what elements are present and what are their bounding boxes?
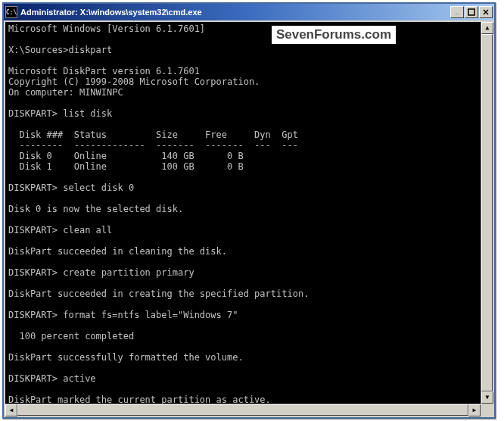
chevron-up-icon: ▲ [486, 25, 490, 31]
maximize-button[interactable] [465, 6, 478, 18]
chevron-left-icon: ◀ [10, 407, 14, 413]
titlebar[interactable]: C:\ Administrator: X:\windows\system32\c… [4, 4, 494, 20]
output-line: -------- ------------- ------- ------- -… [8, 140, 298, 151]
chevron-right-icon: ▶ [473, 407, 477, 413]
output-line: Copyright (C) 1999-2008 Microsoft Corpor… [8, 76, 260, 87]
output-line: DISKPART> list disk [8, 108, 112, 119]
output-line: 100 percent completed [8, 331, 134, 341]
output-line: DISKPART> create partition primary [8, 267, 194, 278]
output-line: DISKPART> active [8, 373, 96, 384]
svg-rect-0 [468, 9, 474, 15]
output-line: Disk 0 Online 140 GB 0 B [8, 151, 244, 161]
output-line: DiskPart succeeded in cleaning the disk. [8, 246, 227, 257]
chevron-down-icon: ▼ [486, 394, 490, 401]
scroll-down-button[interactable]: ▼ [481, 391, 493, 404]
output-line: Microsoft Windows [Version 6.1.7601] [8, 23, 205, 34]
output-line: DISKPART> clean all [8, 225, 112, 235]
close-button[interactable] [479, 6, 493, 18]
output-line: Disk 0 is now the selected disk. [8, 204, 183, 214]
output-line: DiskPart succeeded in creating the speci… [8, 288, 309, 299]
scroll-up-button[interactable]: ▲ [481, 22, 493, 34]
vertical-scrollbar[interactable]: ▲ ▼ [481, 22, 493, 404]
output-line: On computer: MINWINPC [8, 87, 123, 98]
maximize-icon [468, 8, 475, 16]
watermark: SevenForums.com [272, 26, 396, 44]
window-title: Administrator: X:\windows\system32\cmd.e… [20, 8, 450, 17]
output-line: X:\Sources>diskpart [8, 45, 112, 55]
scroll-right-button[interactable]: ▶ [468, 404, 481, 416]
output-line: Disk 1 Online 100 GB 0 B [8, 161, 244, 172]
scroll-corner [481, 404, 493, 416]
terminal-output[interactable]: Microsoft Windows [Version 6.1.7601] X:\… [5, 22, 493, 416]
scroll-thumb-vertical[interactable] [481, 34, 493, 391]
horizontal-scrollbar[interactable]: ◀ ▶ [5, 404, 493, 416]
scroll-left-button[interactable]: ◀ [5, 404, 17, 416]
output-line: DISKPART> format fs=ntfs label="Windows … [8, 310, 238, 320]
output-line: DISKPART> select disk 0 [8, 182, 134, 193]
close-icon [482, 8, 490, 16]
output-line: Microsoft DiskPart version 6.1.7601 [8, 66, 200, 76]
minimize-button[interactable]: _ [450, 6, 464, 18]
output-line: DiskPart successfully formatted the volu… [8, 352, 244, 363]
scroll-thumb-horizontal[interactable] [17, 404, 468, 416]
window-controls: _ [450, 6, 493, 18]
app-icon: C:\ [5, 6, 17, 18]
cmd-window: C:\ Administrator: X:\windows\system32\c… [2, 2, 496, 419]
output-line: Disk ### Status Size Free Dyn Gpt [8, 129, 298, 140]
